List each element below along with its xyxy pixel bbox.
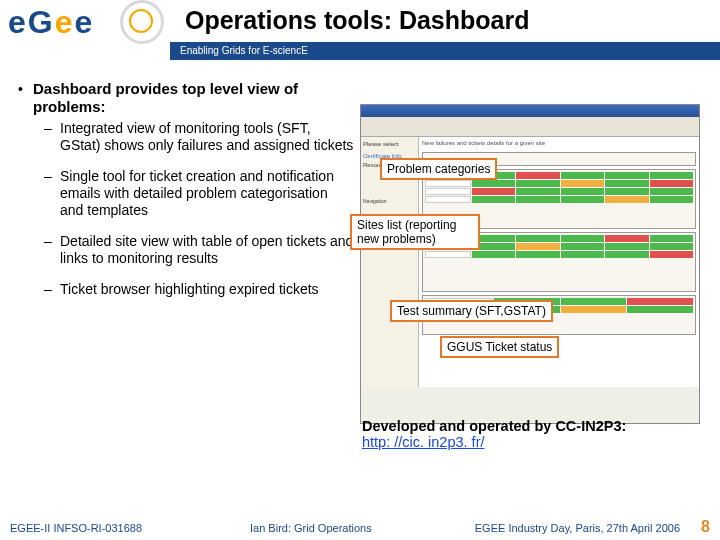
egee-logo: eGee bbox=[8, 4, 158, 66]
footer-center: Ian Bird: Grid Operations bbox=[250, 522, 372, 534]
callout-sites-list: Sites list (reporting new problems) bbox=[350, 214, 480, 250]
developed-label: Developed and operated by CC-IN2P3: bbox=[362, 418, 626, 434]
slide-number: 8 bbox=[701, 518, 710, 536]
logo-circle-icon bbox=[120, 0, 164, 44]
main-heading: Dashboard provides top level view of pro… bbox=[33, 80, 354, 116]
footer-left: EGEE-II INFSO-RI-031688 bbox=[10, 522, 142, 534]
list-item: – Single tool for ticket creation and no… bbox=[44, 168, 354, 219]
list-text: Detailed site view with table of open ti… bbox=[60, 233, 354, 267]
slide-header: eGee Operations tools: Dashboard Enablin… bbox=[0, 0, 720, 70]
list-item: – Ticket browser highlighting expired ti… bbox=[44, 281, 354, 298]
slide-title: Operations tools: Dashboard bbox=[185, 6, 529, 35]
tagline-band: Enabling Grids for E-sciencE bbox=[170, 42, 720, 60]
bullet-icon: • bbox=[18, 80, 33, 116]
cic-link[interactable]: http: //cic. in2p3. fr/ bbox=[362, 434, 485, 450]
dash-icon: – bbox=[44, 281, 60, 298]
callout-ggus-ticket: GGUS Ticket status bbox=[440, 336, 559, 358]
bullet-column: • Dashboard provides top level view of p… bbox=[18, 80, 354, 312]
developed-by: Developed and operated by CC-IN2P3: http… bbox=[362, 418, 626, 450]
list-text: Single tool for ticket creation and noti… bbox=[60, 168, 354, 219]
dash-icon: – bbox=[44, 233, 60, 267]
list-item: – Integrated view of monitoring tools (S… bbox=[44, 120, 354, 154]
callout-problem-categories: Problem categories bbox=[380, 158, 497, 180]
list-text: Integrated view of monitoring tools (SFT… bbox=[60, 120, 354, 154]
list-text: Ticket browser highlighting expired tick… bbox=[60, 281, 319, 298]
screenshot-panel: Please select Certificate Info Resources… bbox=[360, 104, 700, 424]
footer-right: EGEE Industry Day, Paris, 27th April 200… bbox=[475, 522, 680, 534]
callout-test-summary: Test summary (SFT,GSTAT) bbox=[390, 300, 553, 322]
list-item: – Detailed site view with table of open … bbox=[44, 233, 354, 267]
slide-footer: EGEE-II INFSO-RI-031688 Ian Bird: Grid O… bbox=[0, 514, 720, 540]
dash-icon: – bbox=[44, 120, 60, 154]
dashboard-screenshot: Please select Certificate Info Resources… bbox=[360, 104, 700, 424]
dash-icon: – bbox=[44, 168, 60, 219]
